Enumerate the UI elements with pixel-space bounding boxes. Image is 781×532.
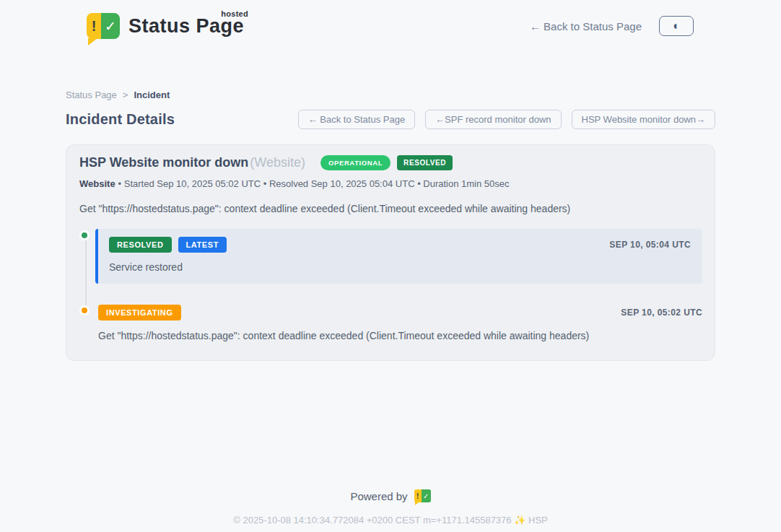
breadcrumb: Status Page > Incident bbox=[66, 90, 715, 100]
timeline-timestamp: SEP 10, 05:04 UTC bbox=[609, 240, 691, 250]
prev-incident-button[interactable]: ←SPF record monitor down bbox=[425, 110, 561, 129]
bubble-tail bbox=[415, 502, 419, 505]
meta-details: • Started Sep 10, 2025 05:02 UTC • Resol… bbox=[118, 178, 510, 189]
timeline-resolved-badge: RESOLVED bbox=[109, 237, 172, 253]
header-actions: ← Back to Status Page ◐ bbox=[530, 16, 694, 36]
main-content: Status Page > Incident Incident Details … bbox=[66, 90, 715, 361]
incident-description: Get "https://hostedstatus.page": context… bbox=[79, 203, 702, 214]
title-row: Incident Details ← Back to Status Page ←… bbox=[66, 110, 715, 129]
meta-component: Website bbox=[79, 178, 115, 189]
incident-nav: ← Back to Status Page ←SPF record monito… bbox=[298, 110, 715, 129]
operational-badge: OPERATIONAL bbox=[320, 155, 390, 170]
timeline-latest-badge: LATEST bbox=[178, 237, 227, 253]
timeline-badges: RESOLVED LATEST bbox=[109, 237, 227, 253]
resolved-badge: RESOLVED bbox=[397, 155, 453, 170]
timeline-badges: INVESTIGATING bbox=[98, 305, 181, 320]
logo-text: Status Pagehosted bbox=[128, 15, 244, 38]
check-icon: ✓ bbox=[101, 13, 120, 39]
incident-timeline: RESOLVED LATEST SEP 10, 05:04 UTC Servic… bbox=[79, 229, 702, 341]
page-title: Incident Details bbox=[66, 111, 175, 128]
orange-dot-icon bbox=[79, 305, 90, 315]
timeline-message: Service restored bbox=[109, 261, 691, 273]
theme-toggle-button[interactable]: ◐ bbox=[659, 16, 694, 36]
footer: Powered by ! ✓ © 2025-10-08 14:10:34.772… bbox=[0, 489, 781, 526]
exclamation-icon: ! bbox=[87, 13, 101, 39]
logo[interactable]: ! ✓ Status Pagehosted bbox=[87, 13, 244, 39]
exclamation-icon: ! bbox=[414, 489, 422, 502]
timeline-investigating-badge: INVESTIGATING bbox=[98, 305, 181, 320]
header-back-link[interactable]: ← Back to Status Page bbox=[530, 20, 642, 32]
green-dot-icon bbox=[79, 230, 90, 240]
incident-title-row: HSP Website monitor down(Website) OPERAT… bbox=[79, 155, 702, 170]
incident-card: HSP Website monitor down(Website) OPERAT… bbox=[66, 144, 715, 361]
timeline-timestamp: SEP 10, 05:02 UTC bbox=[621, 308, 702, 318]
half-circle-icon: ◐ bbox=[673, 19, 680, 32]
breadcrumb-status-page[interactable]: Status Page bbox=[66, 90, 117, 100]
timeline-entry-highlight-box: RESOLVED LATEST SEP 10, 05:04 UTC Servic… bbox=[95, 229, 702, 284]
copyright-text: © 2025-10-08 14:10:34.772084 +0200 CEST … bbox=[0, 515, 781, 526]
powered-by-label: Powered by bbox=[350, 490, 407, 502]
incident-title: HSP Website monitor down(Website) bbox=[79, 155, 305, 170]
incident-meta: Website• Started Sep 10, 2025 05:02 UTC … bbox=[79, 178, 702, 189]
timeline-entry-resolved: RESOLVED LATEST SEP 10, 05:04 UTC Servic… bbox=[79, 229, 702, 284]
breadcrumb-incident: Incident bbox=[134, 90, 170, 100]
timeline-entry-investigating: INVESTIGATING SEP 10, 05:02 UTC Get "htt… bbox=[79, 305, 702, 341]
next-incident-button[interactable]: HSP Website monitor down→ bbox=[572, 110, 715, 129]
check-icon: ✓ bbox=[422, 489, 431, 502]
status-bubble-icon: ! ✓ bbox=[87, 13, 120, 39]
back-to-status-page-button[interactable]: ← Back to Status Page bbox=[298, 110, 415, 129]
timeline-message: Get "https://hostedstatus.page": context… bbox=[98, 330, 702, 341]
timeline-entry-head: INVESTIGATING SEP 10, 05:02 UTC bbox=[98, 305, 702, 320]
breadcrumb-separator: > bbox=[123, 90, 128, 100]
header: ! ✓ Status Pagehosted ← Back to Status P… bbox=[66, 0, 715, 39]
status-page-app: ! ✓ Status Pagehosted ← Back to Status P… bbox=[0, 0, 781, 532]
incident-component: (Website) bbox=[250, 155, 305, 170]
bubble-tail bbox=[88, 38, 97, 45]
powered-by-link[interactable]: Powered by ! ✓ bbox=[350, 489, 430, 502]
timeline-entry-content: INVESTIGATING SEP 10, 05:02 UTC Get "htt… bbox=[98, 305, 702, 341]
timeline-entry-head: RESOLVED LATEST SEP 10, 05:04 UTC bbox=[109, 237, 691, 253]
status-bubble-mini-icon: ! ✓ bbox=[414, 489, 431, 502]
logo-superscript: hosted bbox=[221, 9, 248, 18]
